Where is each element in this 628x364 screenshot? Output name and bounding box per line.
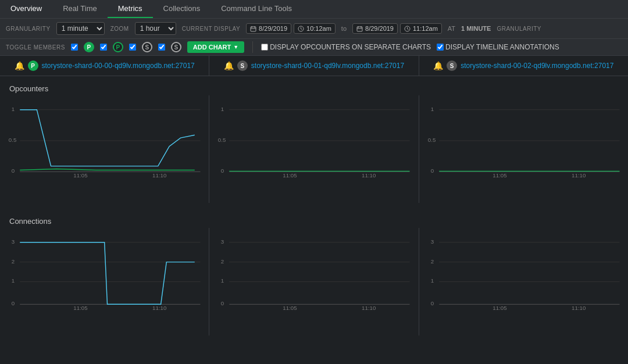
bell-icon-0[interactable]: 🔔 — [15, 61, 24, 70]
svg-rect-0 — [251, 27, 256, 31]
y-label-0-c1: 0 — [221, 300, 224, 306]
calendar-icon-to — [356, 26, 363, 32]
toggle-badge-s1[interactable]: S — [142, 42, 152, 52]
x-label-2-c1: 11:10 — [362, 305, 376, 311]
opcounters-chart-1: 1 0.5 0 11:05 11:10 — [209, 95, 419, 203]
bell-icon-1[interactable]: 🔔 — [224, 61, 234, 70]
opcounters-check-container: DISPLAY OPCOUNTERS ON SEPARATE CHARTS — [261, 43, 431, 51]
zoom-label: ZOOM — [110, 26, 129, 32]
opcounters-chart-0: 1 0.5 0 11:05 11:10 — [0, 95, 209, 203]
date-to-pill[interactable]: 8/29/2019 — [352, 23, 398, 34]
connections-svg-2: 3 2 1 0 11:05 11:10 — [425, 233, 622, 314]
opcounters-chart-2: 1 0.5 0 11:05 11:10 — [419, 95, 628, 203]
add-chart-chevron: ▼ — [233, 44, 238, 50]
opcounters-checkbox[interactable] — [261, 44, 268, 51]
opcounters-title: Opcounters — [0, 82, 628, 95]
connections-chart-1: 3 2 1 0 11:05 11:10 — [209, 228, 419, 336]
x-label-1-2: 11:05 — [493, 172, 506, 179]
x-label-2-2: 11:10 — [572, 172, 586, 179]
separator — [252, 41, 253, 53]
server-link-1[interactable]: storystore-shard-00-01-qd9lv.mongodb.net… — [251, 62, 404, 70]
server-link-0[interactable]: storystore-shard-00-00-qd9lv.mongodb.net… — [42, 62, 195, 70]
x-label-2-c2: 11:10 — [572, 305, 586, 311]
time-to: 11:12am — [413, 25, 438, 32]
add-chart-button[interactable]: ADD CHART ▼ — [187, 41, 244, 53]
y-label-2-c1: 2 — [221, 258, 224, 265]
granularity-label: GRANULARITY — [6, 26, 51, 32]
toggle-check-s1[interactable] — [129, 44, 136, 51]
timeline-label: DISPLAY TIMELINE ANNOTATIONS — [445, 43, 559, 51]
server-badge-2: S — [447, 60, 457, 71]
granularity-bold: 1 MINUTE — [461, 25, 491, 32]
x-label-2-c0: 11:10 — [152, 305, 167, 311]
connections-charts-row: 3 2 1 0 11:05 11:10 3 2 — [0, 228, 628, 336]
tab-overview[interactable]: Overview — [0, 0, 52, 18]
opcounters-svg-1: 1 0.5 0 11:05 11:10 — [215, 100, 412, 181]
y-label-0-0: 0 — [12, 167, 15, 174]
date-time-to-group: 8/29/2019 11:12am — [352, 23, 442, 34]
clock-icon-from — [298, 26, 304, 32]
date-from-pill[interactable]: 8/29/2019 — [246, 23, 291, 34]
time-from-pill[interactable]: 10:12am — [294, 23, 336, 34]
y-label-05-2: 0.5 — [428, 137, 436, 143]
y-label-1-0: 1 — [12, 106, 15, 112]
y-label-0-c0: 0 — [12, 300, 15, 306]
x-label-1-c1: 11:05 — [283, 305, 297, 311]
connections-svg-0: 3 2 1 0 11:05 11:10 — [6, 233, 203, 314]
toggle-badge-s2[interactable]: S — [171, 42, 181, 52]
opcounters-charts-row: 1 0.5 0 11:05 11:10 — [0, 95, 628, 203]
connections-chart-2: 3 2 1 0 11:05 11:10 — [419, 228, 628, 336]
connections-chart-0: 3 2 1 0 11:05 11:10 — [0, 228, 209, 336]
opcounters-section: Opcounters 1 0.5 0 11:05 11:10 — [0, 76, 628, 209]
y-label-1-2: 1 — [430, 106, 433, 112]
tab-bar: Overview Real Time Metrics Collections C… — [0, 0, 628, 19]
opcounters-svg-2: 1 0.5 0 11:05 11:10 — [425, 100, 622, 181]
x-label-1-c0: 11:05 — [73, 305, 87, 311]
tab-realtime[interactable]: Real Time — [52, 0, 108, 18]
tab-cmdline[interactable]: Command Line Tools — [210, 0, 302, 18]
y-label-2-c0: 2 — [12, 258, 15, 265]
y-label-3-c1: 3 — [221, 238, 224, 245]
y-label-0-2: 0 — [430, 167, 434, 174]
zoom-select[interactable]: 1 hour 4 hours 1 day — [135, 22, 176, 35]
blue-line-conn0 — [20, 242, 195, 305]
svg-line-13 — [407, 28, 408, 30]
toggle-check-s2[interactable] — [158, 44, 165, 51]
granularity-select[interactable]: 1 minute 5 minutes 1 hour — [56, 22, 105, 35]
y-label-1-c1: 1 — [221, 277, 224, 284]
y-label-3-c2: 3 — [430, 238, 433, 245]
toggle-check-p2[interactable] — [100, 44, 107, 51]
opcounters-label: DISPLAY OPCOUNTERS ON SEPARATE CHARTS — [270, 43, 431, 51]
charts-area: Opcounters 1 0.5 0 11:05 11:10 — [0, 76, 628, 364]
timeline-check-container: DISPLAY TIMELINE ANNOTATIONS — [437, 43, 559, 51]
toggle-badge-p[interactable]: P — [84, 42, 94, 52]
toggle-check-p[interactable] — [71, 44, 78, 51]
y-label-05-1: 0.5 — [218, 137, 226, 143]
time-from: 10:12am — [306, 25, 331, 32]
x-label-2-1: 11:10 — [362, 172, 376, 179]
y-label-1-c0: 1 — [12, 277, 15, 284]
x-label-1-0: 11:05 — [73, 172, 87, 179]
toggle-badge-p2[interactable]: P — [113, 42, 123, 52]
connections-svg-1: 3 2 1 0 11:05 11:10 — [215, 233, 412, 314]
x-label-1-c2: 11:05 — [493, 305, 506, 311]
tab-collections[interactable]: Collections — [153, 0, 211, 18]
toggle-label: TOGGLE MEMBERS — [6, 44, 65, 51]
controls-bar: GRANULARITY 1 minute 5 minutes 1 hour ZO… — [0, 19, 628, 39]
tab-metrics[interactable]: Metrics — [108, 0, 153, 18]
clock-icon-to — [404, 26, 411, 32]
server-link-2[interactable]: storystore-shard-00-02-qd9lv.mongodb.net… — [461, 62, 613, 70]
time-to-pill[interactable]: 11:12am — [400, 23, 442, 34]
server-cell-0: 🔔 P storystore-shard-00-00-qd9lv.mongodb… — [0, 56, 209, 76]
granularity-suffix: GRANULARITY — [497, 26, 541, 32]
server-badge-0: P — [28, 60, 38, 71]
timeline-checkbox[interactable] — [437, 44, 444, 51]
current-display-label: CURRENT DISPLAY — [182, 26, 240, 32]
y-label-3-c0: 3 — [12, 238, 15, 245]
svg-rect-7 — [357, 27, 362, 31]
svg-line-6 — [301, 28, 302, 30]
bell-icon-2[interactable]: 🔔 — [433, 61, 443, 70]
server-cell-2: 🔔 S storystore-shard-00-02-qd9lv.mongodb… — [419, 56, 628, 76]
y-label-2-c2: 2 — [430, 258, 433, 265]
server-badge-1: S — [237, 60, 248, 71]
